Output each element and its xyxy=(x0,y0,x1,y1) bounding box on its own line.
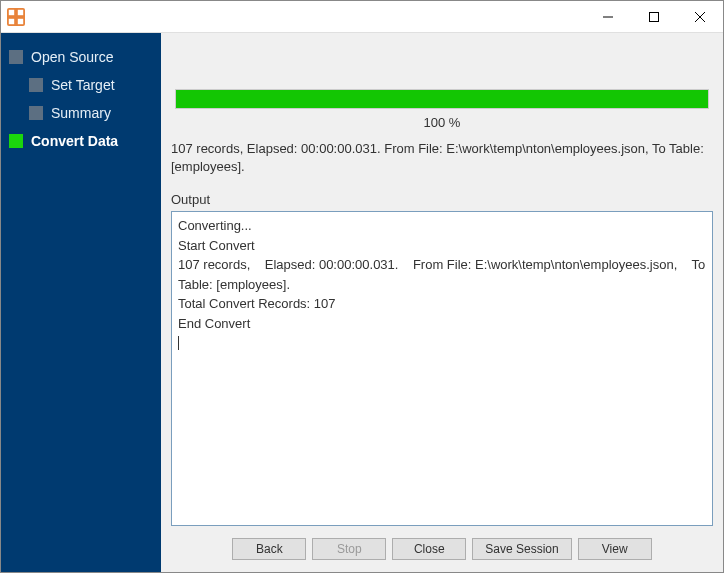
progress-section: 100 % xyxy=(167,89,717,130)
sidebar: Open Source Set Target Summary Convert D… xyxy=(1,33,161,572)
step-icon xyxy=(29,78,43,92)
sidebar-item-label: Summary xyxy=(51,105,111,121)
step-icon xyxy=(9,134,23,148)
maximize-button[interactable] xyxy=(631,1,677,33)
progress-text: 100 % xyxy=(175,115,709,130)
output-label: Output xyxy=(167,190,717,209)
svg-rect-3 xyxy=(18,18,23,23)
titlebar xyxy=(1,1,723,33)
sidebar-item-label: Set Target xyxy=(51,77,115,93)
view-button[interactable]: View xyxy=(578,538,652,560)
sidebar-item-label: Open Source xyxy=(31,49,114,65)
sidebar-item-open-source[interactable]: Open Source xyxy=(1,43,161,71)
sidebar-item-label: Convert Data xyxy=(31,133,118,149)
sidebar-item-summary[interactable]: Summary xyxy=(1,99,161,127)
panel: 100 % 107 records, Elapsed: 00:00:00.031… xyxy=(167,39,717,530)
text-caret xyxy=(178,336,179,350)
window-controls xyxy=(585,1,723,33)
app-icon xyxy=(7,8,25,26)
titlebar-left xyxy=(1,8,25,26)
output-textarea[interactable]: Converting... Start Convert 107 records,… xyxy=(171,211,713,526)
close-button[interactable]: Close xyxy=(392,538,466,560)
save-session-button[interactable]: Save Session xyxy=(472,538,571,560)
status-line: 107 records, Elapsed: 00:00:00.031. From… xyxy=(167,130,717,180)
step-icon xyxy=(9,50,23,64)
svg-rect-5 xyxy=(650,12,659,21)
progress-bar xyxy=(175,89,709,109)
svg-rect-0 xyxy=(9,9,14,14)
step-icon xyxy=(29,106,43,120)
output-text: Converting... Start Convert 107 records,… xyxy=(178,218,709,331)
progress-fill xyxy=(176,90,708,108)
content: 100 % 107 records, Elapsed: 00:00:00.031… xyxy=(161,33,723,572)
back-button[interactable]: Back xyxy=(232,538,306,560)
main: Open Source Set Target Summary Convert D… xyxy=(1,33,723,572)
minimize-button[interactable] xyxy=(585,1,631,33)
stop-button: Stop xyxy=(312,538,386,560)
sidebar-item-set-target[interactable]: Set Target xyxy=(1,71,161,99)
button-row: Back Stop Close Save Session View xyxy=(167,530,717,566)
spacer xyxy=(167,39,717,89)
close-window-button[interactable] xyxy=(677,1,723,33)
sidebar-item-convert-data[interactable]: Convert Data xyxy=(1,127,161,155)
svg-rect-2 xyxy=(9,18,14,23)
svg-rect-1 xyxy=(18,9,23,14)
